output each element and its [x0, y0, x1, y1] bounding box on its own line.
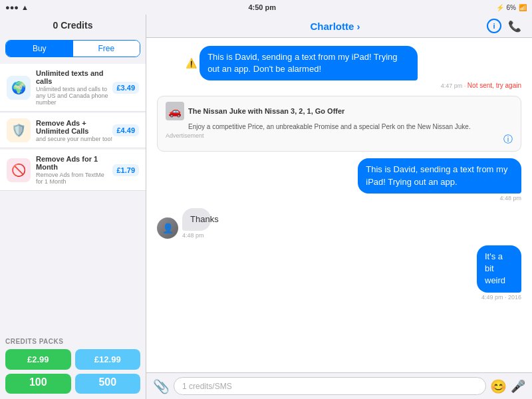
bubble-1: This is David, sending a text from my iP…: [200, 46, 418, 80]
product-unlimited-texts[interactable]: 🌍 Unlimited texts and calls Unlimited te…: [0, 64, 146, 112]
ad-title: The Nissan Juke with Nissan 3, 2, 1, Go …: [188, 107, 344, 115]
chat-panel: Charlotte › i 📞 ⚠️ This is David, sendin…: [146, 15, 532, 399]
product-desc-3: Remove Ads from TextMe for 1 Month: [36, 172, 112, 185]
product-title-2: Remove Ads + Unlimited Calls: [36, 119, 112, 135]
status-bar: ●●● ▲ 4:50 pm ⚡ 6% 📶: [0, 0, 532, 15]
product-icon-1: 🌍: [7, 76, 31, 100]
chat-messages: ⚠️ This is David, sending a text from my…: [146, 38, 532, 372]
msg-row-3: 👤 Thanks 4:48 pm: [157, 208, 521, 239]
bubble-2: This is David, sending a text from my iP…: [358, 158, 521, 193]
msg-meta-2: 4:48 pm: [499, 195, 521, 201]
product-desc-1: Unlimited texts and calls to any US and …: [36, 86, 112, 106]
battery-level: 6%: [507, 4, 516, 11]
ad-thumbnail: 🚗: [166, 102, 184, 120]
product-price-2[interactable]: £4.49: [112, 124, 139, 136]
product-text-1: Unlimited texts and calls Unlimited text…: [36, 69, 112, 106]
product-remove-ads[interactable]: 🚫 Remove Ads for 1 Month Remove Ads from…: [0, 150, 146, 191]
input-placeholder: 1 credits/SMS: [182, 382, 232, 391]
product-remove-ads-calls[interactable]: 🛡️ Remove Ads + Unlimited Calls and secu…: [0, 113, 146, 148]
app-container: 0 Credits Buy Free 🌍 Unlimited texts and…: [0, 15, 532, 399]
message-input[interactable]: 1 credits/SMS: [174, 377, 486, 395]
msg-row-4: It's a bit weird 4:49 pm · 2016: [157, 245, 521, 301]
credit-card-4[interactable]: 500: [75, 374, 141, 394]
product-text-3: Remove Ads for 1 Month Remove Ads from T…: [36, 155, 112, 185]
credit-card-3[interactable]: 100: [5, 374, 71, 394]
credits-header: 0 Credits: [0, 15, 146, 36]
product-title-1: Unlimited texts and calls: [36, 69, 112, 85]
msg-meta-1: 4:47 pm · Not sent, try again: [441, 82, 521, 89]
emoji-icon[interactable]: 😊: [490, 378, 507, 394]
warning-icon: ⚠️: [186, 58, 197, 68]
tab-bar[interactable]: Buy Free: [5, 40, 140, 57]
status-time: 4:50 pm: [248, 3, 276, 11]
status-right: ⚡ 6% 📶: [496, 4, 527, 11]
product-icon-3: 🚫: [7, 158, 31, 182]
ad-info-icon[interactable]: ⓘ: [503, 134, 513, 144]
product-price-3[interactable]: £1.79: [112, 164, 139, 176]
msg-row-2: This is David, sending a text from my iP…: [157, 158, 521, 201]
mic-icon[interactable]: 🎤: [511, 379, 525, 394]
signal-icon: ●●●: [5, 3, 19, 11]
product-text-2: Remove Ads + Unlimited Calls and secure …: [36, 119, 112, 142]
ad-body: Enjoy a competitive Price, an unbreakabl…: [188, 123, 513, 130]
product-desc-2: and secure your number too!: [36, 136, 112, 142]
battery-icon: ⚡: [496, 4, 504, 11]
contact-avatar: 👤: [157, 217, 178, 239]
network-icon: ▲: [21, 3, 29, 11]
ad-header: 🚗 The Nissan Juke with Nissan 3, 2, 1, G…: [166, 102, 513, 120]
chat-contact-name[interactable]: Charlotte ›: [184, 21, 487, 32]
info-icon[interactable]: i: [487, 19, 501, 33]
tab-buy[interactable]: Buy: [6, 41, 73, 57]
chevron-icon: ›: [354, 21, 360, 32]
msg-row-1: ⚠️ This is David, sending a text from my…: [157, 46, 521, 89]
attach-icon[interactable]: 📎: [153, 378, 170, 394]
bubble-4: It's a bit weird: [477, 245, 521, 293]
msg-meta-3: 4:48 pm: [182, 232, 204, 239]
product-list: 🌍 Unlimited texts and calls Unlimited te…: [0, 61, 146, 332]
input-bar: 📎 1 credits/SMS 😊 🎤: [146, 372, 532, 399]
credits-packs-section: CREDITS PACKS £2.99 £12.99 100 500: [0, 332, 146, 399]
product-price-1[interactable]: £3.49: [112, 82, 139, 94]
credit-card-2[interactable]: £12.99: [75, 349, 141, 370]
bubble-3: Thanks: [182, 208, 211, 231]
phone-icon-status: 📶: [519, 4, 527, 11]
phone-icon[interactable]: 📞: [508, 20, 521, 33]
ad-message: 🚗 The Nissan Juke with Nissan 3, 2, 1, G…: [157, 96, 521, 152]
chat-header: Charlotte › i 📞: [146, 15, 532, 38]
msg-meta-4: 4:49 pm · 2016: [481, 294, 521, 301]
credits-label: CREDITS PACKS: [5, 338, 140, 345]
chat-header-actions: i 📞: [487, 19, 521, 33]
credits-grid: £2.99 £12.99 100 500: [5, 349, 140, 394]
status-left: ●●● ▲: [5, 3, 29, 11]
left-panel: 0 Credits Buy Free 🌍 Unlimited texts and…: [0, 15, 146, 399]
credit-card-1[interactable]: £2.99: [5, 349, 71, 370]
product-title-3: Remove Ads for 1 Month: [36, 155, 112, 171]
tab-free[interactable]: Free: [73, 41, 140, 57]
product-icon-2: 🛡️: [7, 118, 31, 142]
